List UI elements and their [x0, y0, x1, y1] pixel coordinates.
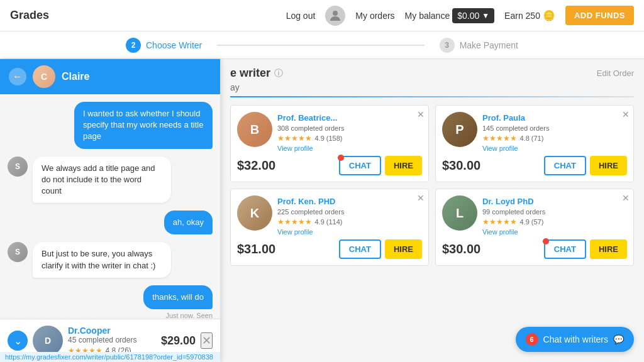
writer-card-1: ✕ B Prof. Beatrice... 308 completed orde… [230, 105, 429, 182]
step-make-payment: 3 Make Payment [440, 38, 518, 53]
writer-card-4: ✕ L Dr. Loyd PhD 99 completed orders ★★★… [435, 189, 634, 266]
writer-rating-row-loyd: ★★★★★ 4.9 (57) [482, 216, 627, 227]
hire-button-ken[interactable]: HIRE [385, 239, 422, 259]
writer-rating-loyd: 4.9 (57) [519, 218, 543, 226]
header-left: Grades [10, 9, 49, 22]
writer-name-ken[interactable]: Prof. Ken. PHD [277, 197, 335, 206]
chat-badge-count: 6 [526, 333, 538, 346]
writer-card-close-1[interactable]: ✕ [417, 109, 425, 119]
chat-back-button[interactable]: ← [9, 68, 26, 85]
edit-order-link[interactable]: Edit Order [597, 69, 634, 78]
view-profile-loyd[interactable]: View profile [482, 228, 627, 236]
writer-actions-paula: CHAT HIRE [544, 156, 627, 175]
balance-amount: $0.00 ▼ [452, 8, 494, 23]
hire-button-loyd[interactable]: HIRE [590, 239, 627, 259]
balance-dropdown[interactable]: My balance $0.00 ▼ [405, 8, 495, 23]
writer-rating-row-paula: ★★★★★ 4.8 (71) [482, 132, 627, 143]
writer-card-header-3: K Prof. Ken. PHD 225 completed orders ★★… [237, 195, 422, 236]
writer-photo-beatrice: B [237, 112, 272, 147]
divider-line [230, 96, 634, 97]
support-avatar-2: S [8, 156, 28, 177]
add-funds-button[interactable]: ADD FUNDS [565, 6, 634, 25]
message-1: I wanted to ask whether I should specify… [8, 102, 213, 149]
step-num-3: 3 [440, 38, 455, 53]
writer-card-header-1: B Prof. Beatrice... 308 completed orders… [237, 112, 422, 152]
chat-button-ken[interactable]: CHAT [339, 239, 381, 259]
writer-price-actions-2: $30.00 CHAT HIRE [442, 156, 627, 175]
chat-writers-icon: 💬 [613, 334, 624, 344]
writer-stars-beatrice: ★★★★★ [277, 134, 312, 143]
step-divider [217, 45, 424, 46]
writer-card-close-2[interactable]: ✕ [622, 109, 630, 119]
dr-cooper-avatar: D [33, 326, 63, 356]
main-content: ← C Claire I wanted to ask whether I sho… [0, 59, 644, 362]
writers-panel: e writer ⓘ Edit Order ay ✕ B Prof. Beatr… [220, 59, 644, 362]
view-profile-beatrice[interactable]: View profile [277, 145, 422, 152]
writer-price-actions-4: $30.00 CHAT HIRE [442, 239, 627, 259]
hire-button-paula[interactable]: HIRE [590, 156, 627, 175]
dr-cooper-close-button[interactable]: ✕ [201, 332, 213, 349]
chat-dot-loyd [543, 238, 549, 244]
chat-with-writers-button[interactable]: 6 Chat with writers 💬 [516, 327, 634, 352]
chat-button-beatrice[interactable]: CHAT [339, 156, 381, 175]
writer-rating-ken: 4.9 (114) [314, 218, 342, 226]
writers-subtitle: ay [230, 82, 634, 92]
step-make-payment-label: Make Payment [460, 40, 518, 50]
app-logo: Grades [10, 9, 49, 22]
chat-messages: I wanted to ask whether I should specify… [0, 94, 220, 337]
logout-link[interactable]: Log out [286, 11, 316, 21]
chat-button-loyd[interactable]: CHAT [544, 239, 586, 259]
writer-card-3: ✕ K Prof. Ken. PHD 225 completed orders … [230, 189, 429, 266]
writer-rating-paula: 4.8 (71) [519, 134, 543, 142]
writer-price-actions-3: $31.00 CHAT HIRE [237, 239, 422, 259]
writer-card-header-2: P Prof. Paula 145 completed orders ★★★★★… [442, 112, 627, 152]
writers-grid: ✕ B Prof. Beatrice... 308 completed orde… [230, 105, 634, 266]
writer-details-1: Prof. Beatrice... 308 completed orders ★… [277, 112, 422, 152]
chat-overlay: ← C Claire I wanted to ask whether I sho… [0, 59, 220, 362]
writer-rating-beatrice: 4.9 (158) [314, 134, 342, 142]
chat-with-writers-label: Chat with writers [543, 334, 608, 344]
info-icon[interactable]: ⓘ [274, 68, 283, 79]
user-avatar[interactable] [325, 6, 345, 26]
writers-title: e writer [230, 67, 270, 80]
dr-cooper-name[interactable]: Dr.Cooper [68, 326, 156, 336]
writer-card-close-3[interactable]: ✕ [417, 193, 425, 203]
writer-rating-row-ken: ★★★★★ 4.9 (114) [277, 216, 422, 227]
writer-price-loyd: $30.00 [442, 242, 480, 256]
writer-name-loyd[interactable]: Dr. Loyd PhD [482, 197, 534, 206]
writer-photo-loyd: L [442, 195, 477, 231]
header: Grades Log out My orders My balance $0.0… [0, 0, 644, 31]
message-bubble-received-2: We always add a title page and do not in… [33, 156, 171, 204]
my-orders-link[interactable]: My orders [355, 11, 394, 21]
writer-card-close-4[interactable]: ✕ [622, 193, 630, 203]
message-bubble-sent-1: I wanted to ask whether I should specify… [74, 102, 213, 149]
step-choose-writer-label: Choose Writer [146, 40, 202, 50]
message-3: ah, okay [8, 211, 213, 234]
chat-button-paula[interactable]: CHAT [544, 156, 586, 175]
writer-stars-ken: ★★★★★ [277, 217, 312, 226]
writer-price-beatrice: $32.00 [237, 158, 275, 173]
dr-cooper-info: Dr.Cooper 45 completed orders ★★★★★ 4.8 … [68, 326, 156, 356]
collapse-chat-button[interactable]: ⌄ [8, 331, 28, 351]
url-bar: https://my.gradesfixer.com/writer/public… [0, 352, 220, 362]
writers-panel-title-row: e writer ⓘ [230, 67, 283, 80]
view-profile-ken[interactable]: View profile [277, 228, 422, 236]
message-bubble-sent-5: thanks, will do [143, 285, 213, 309]
message-bubble-received-4: But just to be sure, you always clarify … [33, 242, 171, 277]
message-4: S But just to be sure, you always clarif… [8, 242, 213, 277]
writer-actions-ken: CHAT HIRE [339, 239, 422, 259]
writer-orders-ken: 225 completed orders [277, 208, 422, 216]
writer-actions-beatrice: CHAT HIRE [339, 156, 422, 175]
writers-panel-header: e writer ⓘ Edit Order [230, 67, 634, 80]
step-choose-writer: 2 Choose Writer [126, 38, 202, 53]
step-num-2: 2 [126, 38, 141, 53]
writer-name-paula[interactable]: Prof. Paula [482, 113, 525, 123]
writer-details-3: Prof. Ken. PHD 225 completed orders ★★★★… [277, 195, 422, 236]
balance-label: My balance [405, 11, 450, 21]
writer-stars-loyd: ★★★★★ [482, 217, 517, 226]
chat-avatar: C [33, 65, 55, 88]
view-profile-paula[interactable]: View profile [482, 145, 627, 152]
writer-name-beatrice[interactable]: Prof. Beatrice... [277, 113, 337, 123]
hire-button-beatrice[interactable]: HIRE [385, 156, 422, 175]
writer-orders-paula: 145 completed orders [482, 124, 627, 132]
